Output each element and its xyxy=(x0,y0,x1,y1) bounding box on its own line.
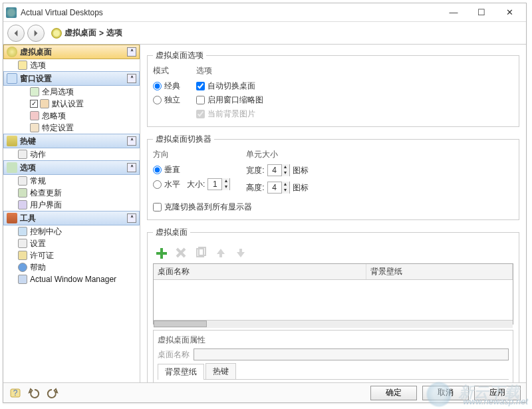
sidebar-item-specific[interactable]: 特定设置 xyxy=(3,122,140,134)
sidebar-item-help[interactable]: 帮助 xyxy=(3,261,140,273)
sidebar-item-actions[interactable]: 动作 xyxy=(3,148,140,160)
sidebar-section-hotkeys[interactable]: 热键 ˄ xyxy=(3,134,140,148)
monitor-icon xyxy=(18,227,27,236)
chevron-up-icon[interactable]: ˄ xyxy=(127,163,136,172)
chevron-up-icon[interactable]: ˄ xyxy=(127,136,136,146)
col-name[interactable]: 桌面名称 xyxy=(154,264,366,279)
moveup-button xyxy=(213,245,229,261)
forward-button[interactable] xyxy=(27,25,45,42)
group-switcher: 虚拟桌面切换器 方向 垂直 水平 大小: 1▴▾ 单元大小 xyxy=(147,134,519,220)
col-wallpaper[interactable]: 背景壁纸 xyxy=(366,264,513,279)
spin-down-icon[interactable]: ▾ xyxy=(281,170,289,176)
help-footer-button[interactable]: ? xyxy=(9,386,22,400)
redo-footer-button[interactable] xyxy=(46,386,59,400)
page-icon xyxy=(40,99,49,108)
sidebar-item-default[interactable]: ✓默认设置 xyxy=(3,98,140,110)
sidebar-item-settings[interactable]: 设置 xyxy=(3,237,140,249)
width-spinbox[interactable]: 4▴▾ xyxy=(267,164,290,176)
scroll-thumb[interactable] xyxy=(154,321,207,327)
chevron-up-icon[interactable]: ˄ xyxy=(127,74,136,83)
svg-text:?: ? xyxy=(13,388,18,398)
gear-icon xyxy=(18,176,27,186)
back-button[interactable] xyxy=(7,25,25,42)
delete-button xyxy=(173,245,189,261)
spin-down-icon[interactable]: ▾ xyxy=(221,184,229,190)
radio-independent[interactable]: 独立 xyxy=(153,94,180,106)
check-autoswitch[interactable]: 自动切换桌面 xyxy=(196,80,263,92)
breadcrumb-part1[interactable]: 虚拟桌面 xyxy=(65,27,96,39)
sidebar-section-windowsettings[interactable]: 窗口设置 ˄ xyxy=(3,71,140,86)
close-button[interactable]: ✕ xyxy=(495,4,523,21)
sidebar-section-options[interactable]: 选项 ˄ xyxy=(3,160,140,175)
height-label: 高度: xyxy=(246,182,264,194)
chevron-up-icon[interactable]: ˄ xyxy=(127,47,136,57)
desktop-list[interactable]: 桌面名称 背景壁纸 xyxy=(153,263,513,325)
props-tabs: 背景壁纸 热键 xyxy=(158,363,509,380)
sidebar-item-ui[interactable]: 用户界面 xyxy=(3,199,140,211)
radio-horizontal[interactable]: 水平 xyxy=(153,179,180,190)
group-desktops: 虚拟桌面 桌面名称 背景壁纸 虚拟桌面属性 xyxy=(147,227,519,382)
group-vd-options: 虚拟桌面选项 模式 经典 独立 选项 自动切换桌面 启用窗口缩略图 当前背景图片 xyxy=(147,50,519,127)
group-legend: 虚拟桌面切换器 xyxy=(153,134,214,145)
sidebar-item-awm[interactable]: Actual Window Manager xyxy=(3,273,140,285)
radio-classic[interactable]: 经典 xyxy=(153,80,180,92)
horizontal-scrollbar[interactable] xyxy=(154,320,513,328)
sidebar-item-license[interactable]: 许可证 xyxy=(3,249,140,261)
page-icon xyxy=(18,61,27,70)
footer: ? 确定 取消 应用 xyxy=(3,382,526,402)
sidebar-item-control[interactable]: 控制中心 xyxy=(3,225,140,237)
sidebar-item-options[interactable]: 选项 xyxy=(3,59,140,71)
chevron-up-icon[interactable]: ˄ xyxy=(127,213,136,223)
key-icon xyxy=(18,251,27,260)
window-title: Actual Virtual Desktops xyxy=(21,8,440,17)
breadcrumb: 虚拟桌面 > 选项 xyxy=(51,27,122,39)
check-thumbnail[interactable]: 启用窗口缩略图 xyxy=(196,94,263,106)
ok-button[interactable]: 确定 xyxy=(370,386,417,400)
sidebar-section-tools[interactable]: 工具 ˄ xyxy=(3,211,140,225)
options-icon xyxy=(7,162,17,173)
movedown-button xyxy=(233,245,249,261)
width-label: 宽度: xyxy=(246,165,264,176)
sidebar: 虚拟桌面 ˄ 选项 窗口设置 ˄ 全局选项 ✓默认设置 忽略项 特定设置 热键 … xyxy=(3,45,140,382)
group-props: 虚拟桌面属性 桌面名称 背景壁纸 热键 桌面的背景设置 xyxy=(153,330,513,382)
ui-icon xyxy=(18,200,27,209)
sidebar-item-general[interactable]: 常规 xyxy=(3,175,140,187)
toolbox-icon xyxy=(7,213,17,223)
breadcrumb-part2[interactable]: 选项 xyxy=(106,27,122,39)
key-icon xyxy=(7,136,17,146)
cellsize-label: 单元大小 xyxy=(246,149,308,160)
group-legend: 虚拟桌面 xyxy=(153,227,190,238)
tab-hotkey[interactable]: 热键 xyxy=(205,363,236,379)
desktop-name-input xyxy=(194,348,509,360)
apply-button[interactable]: 应用 xyxy=(474,386,521,400)
block-icon xyxy=(30,111,39,120)
sidebar-item-ignore[interactable]: 忽略项 xyxy=(3,110,140,122)
check-currentbg: 当前背景图片 xyxy=(196,108,263,120)
minimize-button[interactable]: — xyxy=(440,4,467,21)
spin-down-icon[interactable]: ▾ xyxy=(281,188,289,194)
sidebar-section-virtualdesktop[interactable]: 虚拟桌面 ˄ xyxy=(3,45,140,59)
tab-wallpaper[interactable]: 背景壁纸 xyxy=(158,364,204,380)
app-icon xyxy=(6,7,17,18)
undo-footer-button[interactable] xyxy=(27,386,41,400)
sidebar-item-update[interactable]: 检查更新 xyxy=(3,187,140,199)
bgset-label: 桌面的背景设置 xyxy=(158,380,509,382)
props-legend: 虚拟桌面属性 xyxy=(158,335,509,346)
radio-vertical[interactable]: 垂直 xyxy=(153,164,230,176)
check-clone[interactable]: 克隆切换器到所有显示器 xyxy=(153,202,513,213)
size-spinbox[interactable]: 1▴▾ xyxy=(207,178,230,190)
app-window: Actual Virtual Desktops — ☐ ✕ 虚拟桌面 > 选项 … xyxy=(3,3,527,403)
desktop-toolbar xyxy=(153,242,513,263)
content-panel: 虚拟桌面选项 模式 经典 独立 选项 自动切换桌面 启用窗口缩略图 当前背景图片 xyxy=(140,45,526,382)
unit-label: 图标 xyxy=(293,165,309,176)
add-button[interactable] xyxy=(153,245,169,261)
sidebar-item-global[interactable]: 全局选项 xyxy=(3,86,140,98)
height-spinbox[interactable]: 4▴▾ xyxy=(267,182,290,194)
list-header: 桌面名称 背景壁纸 xyxy=(154,264,513,280)
size-label: 大小: xyxy=(187,179,205,190)
checkbox-icon[interactable]: ✓ xyxy=(30,100,38,108)
nav-toolbar: 虚拟桌面 > 选项 xyxy=(3,22,526,45)
maximize-button[interactable]: ☐ xyxy=(467,4,495,21)
app-icon xyxy=(18,275,27,284)
cancel-button[interactable]: 取消 xyxy=(422,386,469,400)
